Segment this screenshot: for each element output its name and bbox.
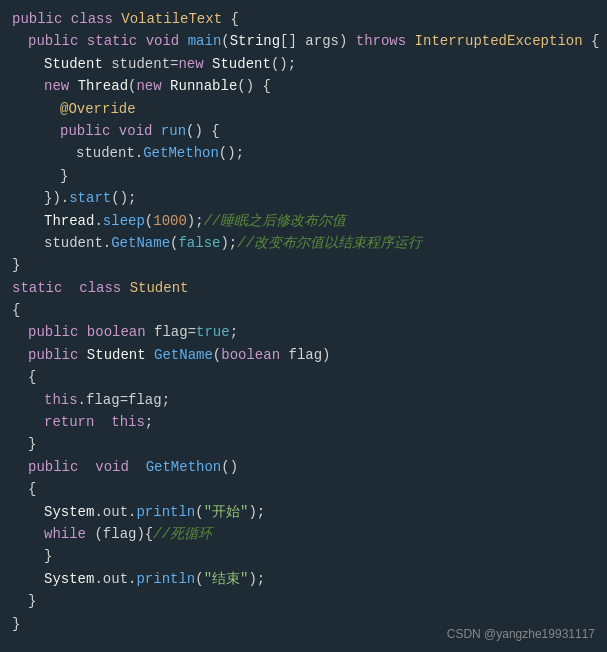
code-line-11: student.GetName(false);//改变布尔值以结束程序运行 <box>0 232 607 254</box>
code-line-18: this.flag=flag; <box>0 389 607 411</box>
code-line-19: return this; <box>0 411 607 433</box>
code-line-20: } <box>0 433 607 455</box>
code-line-26: System.out.println("结束"); <box>0 568 607 590</box>
code-line-4: new Thread(new Runnable() { <box>0 75 607 97</box>
code-line-21: public void GetMethon() <box>0 456 607 478</box>
code-line-14: { <box>0 299 607 321</box>
code-line-12: } <box>0 254 607 276</box>
code-line-27: } <box>0 590 607 612</box>
code-line-10: Thread.sleep(1000);//睡眠之后修改布尔值 <box>0 210 607 232</box>
code-line-13: static class Student <box>0 277 607 299</box>
code-line-8: } <box>0 165 607 187</box>
code-line-2: public static void main(String[] args) t… <box>0 30 607 52</box>
code-line-9: }).start(); <box>0 187 607 209</box>
code-line-23: System.out.println("开始"); <box>0 501 607 523</box>
code-line-7: student.GetMethon(); <box>0 142 607 164</box>
code-line-6: public void run() { <box>0 120 607 142</box>
code-line-17: { <box>0 366 607 388</box>
code-line-5: @Override <box>0 98 607 120</box>
code-line-22: { <box>0 478 607 500</box>
code-line-24: while (flag){//死循环 <box>0 523 607 545</box>
code-line-16: public Student GetName(boolean flag) <box>0 344 607 366</box>
code-line-1: public class VolatileText { <box>0 8 607 30</box>
code-line-15: public boolean flag=true; <box>0 321 607 343</box>
footer-watermark: CSDN @yangzhe19931117 <box>447 625 595 644</box>
code-editor: public class VolatileText { public stati… <box>0 0 607 652</box>
code-line-3: Student student=new Student(); <box>0 53 607 75</box>
code-line-25: } <box>0 545 607 567</box>
